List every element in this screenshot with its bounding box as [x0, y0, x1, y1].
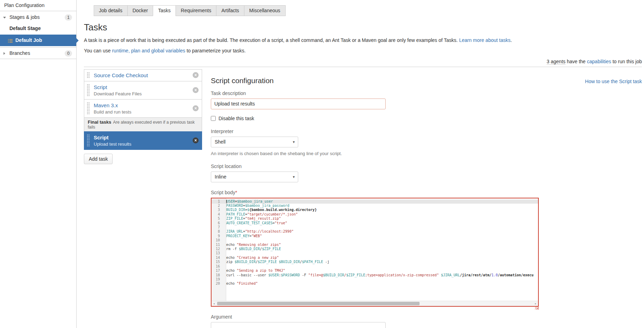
remove-task-icon[interactable]: × [193, 105, 199, 111]
task-item-source-code-checkout[interactable]: Source Code Checkout × [84, 69, 202, 81]
job-list-icon [8, 38, 13, 44]
code-line[interactable]: 15zip $BUILD_DIR/$ZIP_FILE $BUILD_DIR/$P… [212, 260, 538, 264]
drag-handle-icon[interactable] [87, 134, 90, 147]
chevron-down-icon: ▾ [293, 172, 295, 182]
config-heading: Script configuration [211, 76, 274, 85]
sidebar-item-stages-jobs[interactable]: Stages & jobs 1 [0, 11, 76, 23]
resize-grip-icon[interactable] [535, 306, 539, 309]
sidebar-item-branches[interactable]: Branches 0 [0, 47, 76, 59]
code-line[interactable]: 8JIRA_URL="http://localhost:2990" [212, 229, 538, 234]
code-line[interactable]: 11echo "Removing older zips" [212, 243, 538, 247]
scroll-left-icon[interactable]: ◂ [212, 301, 216, 306]
line-number: 11 [212, 243, 223, 247]
interpreter-note: An interpreter is chosen based on the sh… [211, 151, 642, 156]
remove-task-icon[interactable]: × [193, 138, 199, 144]
agents-count[interactable]: 3 agents [547, 59, 566, 65]
argument-input[interactable] [211, 322, 386, 328]
vars-suffix: to parameterize your tasks. [185, 48, 246, 53]
line-number: 6 [212, 221, 223, 225]
sidebar-item-label: Stages & jobs [9, 14, 40, 20]
code-line[interactable]: 18curl --basic --user $USER:$PASSWORD -F… [212, 273, 538, 277]
line-number: 9 [212, 234, 223, 238]
code-line[interactable]: 12rm -f $BUILD_DIR/$ZIP_FILE [212, 247, 538, 251]
sidebar-item-label: Branches [9, 50, 30, 56]
tab-miscellaneous[interactable]: Miscellaneous [244, 5, 286, 16]
code-line[interactable]: 4PATH_FILE="target/cucumber/*.json" [212, 212, 538, 217]
script-location-select[interactable]: Inline ▾ [211, 172, 298, 182]
sidebar-item-plan-configuration[interactable]: Plan Configuration [0, 0, 76, 11]
task-title-link[interactable]: Script [94, 134, 191, 140]
code-line[interactable]: 1USER=$bamboo_jira_user [212, 199, 538, 204]
script-task-help-link[interactable]: How to use the Script task [585, 79, 642, 84]
chevron-right-icon [3, 52, 5, 55]
code-line[interactable]: 13 [212, 251, 538, 255]
line-number: 7 [212, 225, 223, 229]
line-number: 3 [212, 208, 223, 212]
tab-requirements[interactable]: Requirements [176, 5, 216, 16]
drag-handle-icon[interactable] [87, 72, 90, 78]
script-location-label: Script location [211, 163, 642, 169]
task-subtitle: Upload test results [94, 141, 191, 147]
agents-mid: have the [565, 59, 587, 64]
task-title-link[interactable]: Source Code Checkout [94, 72, 191, 78]
variables-link[interactable]: runtime, plan and global variables [112, 48, 185, 53]
code-line[interactable]: 19 [212, 277, 538, 282]
code-line[interactable]: 5ZIP_FILE="tm4j_result.zip" [212, 217, 538, 221]
scrollbar-thumb[interactable] [217, 302, 420, 305]
code-line[interactable]: 7 [212, 225, 538, 229]
learn-more-link[interactable]: Learn more about tasks [459, 37, 510, 43]
tab-tasks[interactable]: Tasks [153, 5, 176, 16]
task-description-input[interactable] [211, 99, 386, 109]
final-tasks-header: Final tasksAre always executed even if a… [84, 117, 202, 132]
code-line[interactable]: 9PROJECT_KEY="WEB" [212, 234, 538, 238]
code-line[interactable]: 20echo "Finished" [212, 282, 538, 286]
task-list: Source Code Checkout × Script Download F… [84, 69, 202, 328]
interpreter-select[interactable]: Shell ▾ [211, 137, 298, 147]
task-description-label: Task description [211, 90, 642, 96]
script-location-value: Inline [215, 174, 226, 180]
intro-period: . [510, 37, 512, 43]
script-body-label: Script body* [211, 190, 642, 195]
drag-handle-icon[interactable] [87, 84, 90, 96]
task-item-maven[interactable]: Maven 3.x Build and run tests × [84, 99, 202, 118]
code-line[interactable]: 16 [212, 264, 538, 269]
sidebar-item-default-stage[interactable]: Default Stage [0, 23, 76, 34]
content-divider [84, 67, 642, 67]
script-body-editor[interactable]: 1USER=$bamboo_jira_user2PASSWORD=$bamboo… [211, 198, 539, 307]
line-number: 13 [212, 251, 223, 255]
remove-task-icon[interactable]: × [193, 72, 199, 78]
page-title: Tasks [84, 22, 642, 33]
code-line[interactable]: 10 [212, 238, 538, 242]
code-line[interactable]: 6AUTO_CREATE_TEST_CASES="true" [212, 221, 538, 225]
editor-code-lines: 1USER=$bamboo_jira_user2PASSWORD=$bamboo… [212, 199, 538, 286]
task-item-script-upload[interactable]: Script Upload test results × [84, 131, 202, 150]
scroll-right-icon[interactable]: ▸ [533, 301, 538, 306]
script-configuration-panel: Script configuration How to use the Scri… [211, 69, 642, 328]
sidebar-item-default-job[interactable]: Default Job [0, 35, 76, 46]
task-item-script-download[interactable]: Script Download Feature Files × [84, 81, 202, 100]
branches-count-badge: 0 [65, 50, 72, 57]
line-number: 16 [212, 264, 223, 269]
code-line[interactable]: 17echo "Sending a zip to TM4J" [212, 269, 538, 273]
capabilities-link[interactable]: capabilities [587, 59, 611, 64]
task-title-link[interactable]: Maven 3.x [94, 102, 191, 108]
variables-hint-text: You can use runtime, plan and global var… [84, 48, 642, 53]
tab-docker[interactable]: Docker [127, 5, 153, 16]
agents-suffix: to run this job [611, 59, 642, 64]
task-title-link[interactable]: Script [94, 84, 191, 90]
plan-config-sidebar: Plan Configuration Stages & jobs 1 Defau… [0, 0, 77, 328]
code-line[interactable]: 14echo "Creating a new zip" [212, 256, 538, 260]
chevron-down-icon: ▾ [293, 137, 295, 147]
add-task-button[interactable]: Add task [84, 154, 113, 164]
tasks-intro-text: A task is a piece of work that is being … [84, 37, 642, 44]
vars-prefix: You can use [84, 48, 112, 53]
tab-job-details[interactable]: Job details [94, 5, 128, 16]
drag-handle-icon[interactable] [87, 102, 90, 115]
editor-horizontal-scrollbar[interactable]: ◂ ▸ [212, 301, 538, 306]
tab-artifacts[interactable]: Artifacts [216, 5, 244, 16]
remove-task-icon[interactable]: × [193, 87, 199, 93]
line-number: 14 [212, 256, 223, 260]
code-line[interactable]: 2PASSWORD=$bamboo_jira_password [212, 204, 538, 208]
disable-task-checkbox[interactable] [211, 116, 216, 121]
code-line[interactable]: 3BUILD_DIR=${bamboo.build.working.direct… [212, 208, 538, 212]
